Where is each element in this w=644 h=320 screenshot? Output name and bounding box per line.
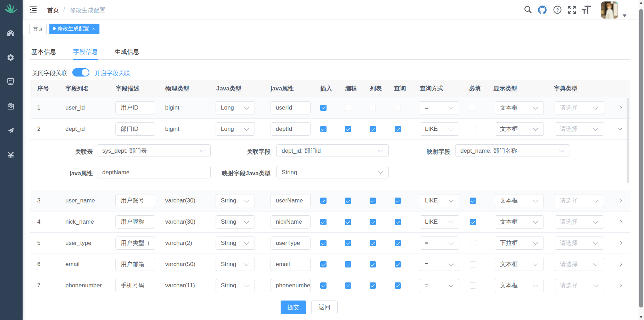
- svg-text:?: ?: [556, 7, 559, 13]
